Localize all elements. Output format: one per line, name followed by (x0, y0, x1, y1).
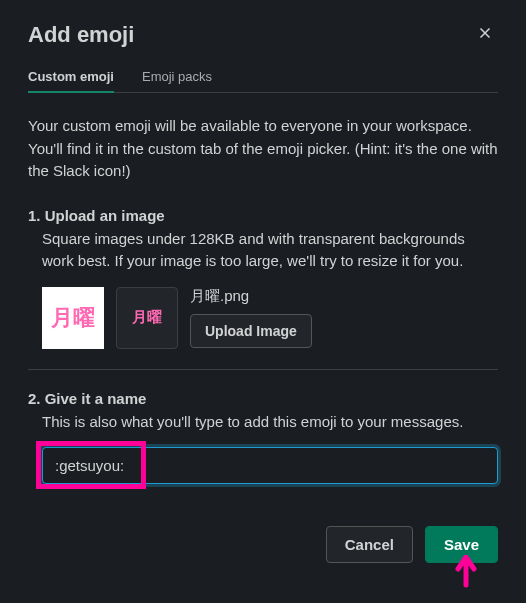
emoji-preview-large: 月曜 (42, 287, 104, 349)
step1-description: Square images under 128KB and with trans… (28, 228, 498, 273)
emoji-preview-small-text: 月曜 (132, 308, 162, 327)
cancel-button[interactable]: Cancel (326, 526, 413, 563)
modal-footer: Cancel Save (28, 526, 498, 563)
upload-image-button[interactable]: Upload Image (190, 314, 312, 348)
tab-emoji-packs[interactable]: Emoji packs (142, 61, 212, 92)
step2-description: This is also what you'll type to add thi… (28, 411, 498, 434)
emoji-preview-small: 月曜 (116, 287, 178, 349)
upload-row: 月曜 月曜 月曜.png Upload Image (28, 287, 498, 349)
modal-title: Add emoji (28, 22, 134, 48)
uploaded-filename: 月曜.png (190, 287, 312, 306)
save-button[interactable]: Save (425, 526, 498, 563)
add-emoji-modal: Add emoji Custom emoji Emoji packs Your … (0, 0, 526, 583)
step2-title: 2. Give it a name (28, 390, 498, 407)
step-upload: 1. Upload an image Square images under 1… (28, 207, 498, 349)
name-input-wrapper (28, 447, 498, 484)
close-icon (476, 24, 494, 42)
upload-info: 月曜.png Upload Image (190, 287, 312, 348)
tab-custom-emoji[interactable]: Custom emoji (28, 61, 114, 92)
step-name: 2. Give it a name This is also what you'… (28, 390, 498, 485)
divider (28, 369, 498, 370)
step1-title: 1. Upload an image (28, 207, 498, 224)
modal-description: Your custom emoji will be available to e… (28, 115, 498, 183)
modal-header: Add emoji (28, 20, 498, 49)
tabs: Custom emoji Emoji packs (28, 61, 498, 93)
close-button[interactable] (472, 20, 498, 49)
emoji-name-input[interactable] (42, 447, 498, 484)
